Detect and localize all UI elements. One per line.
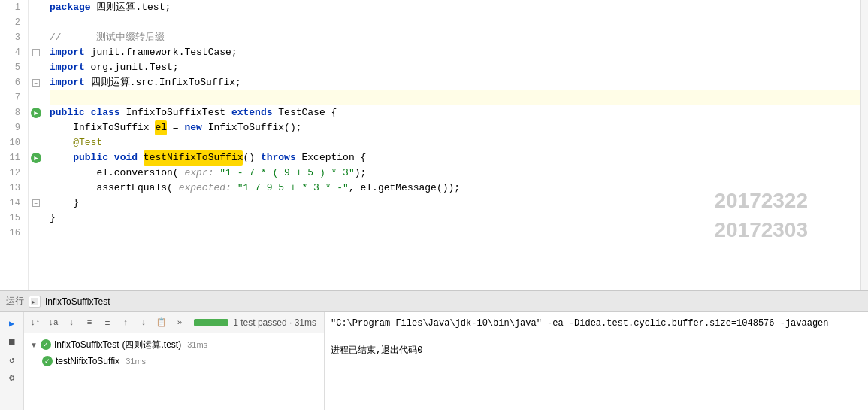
- token-plain: .src.InfixToSuffix;: [130, 75, 241, 90]
- test-pass-icon: ✓: [41, 339, 51, 350]
- gutter-line: −: [29, 196, 44, 211]
- fold-icon[interactable]: −: [32, 199, 40, 207]
- line-number: 13: [0, 181, 23, 196]
- gutter-line: ▶: [29, 150, 44, 166]
- editor-area: 12345678910111213141516 −−▶▶− package 四则…: [0, 0, 868, 290]
- gutter-line: [29, 166, 44, 181]
- tree-item[interactable]: ▼✓InfixToSuffixTest (四则运算.test)31ms: [24, 336, 324, 353]
- test-result-text: 1 test passed · 31ms: [233, 317, 316, 328]
- play-button[interactable]: ▶: [3, 315, 21, 332]
- run-arrow-icon[interactable]: ▶: [31, 108, 41, 118]
- code-line: [50, 226, 860, 241]
- settings-button[interactable]: ⚙: [3, 369, 21, 386]
- token-param-label: expr:: [184, 166, 213, 181]
- rerun-button[interactable]: ↺: [3, 351, 21, 368]
- gutter-line: −: [29, 75, 44, 90]
- code-line: [50, 90, 860, 105]
- fold-icon[interactable]: −: [32, 79, 40, 87]
- token-plain: , el.getMessage());: [349, 181, 460, 196]
- token-kw: public: [50, 105, 85, 120]
- token-kw: import: [50, 45, 85, 60]
- run-vertical-toolbar: ▶ ⏹ ↺ ⚙: [0, 312, 24, 410]
- stop-button[interactable]: ⏹: [3, 333, 21, 350]
- prev-button[interactable]: ↑: [117, 315, 134, 330]
- token-highlight-method: testNifixToSuffix: [144, 150, 243, 166]
- gutter-line: [29, 0, 44, 15]
- token-plain: }: [50, 211, 56, 226]
- token-kw: package: [50, 0, 91, 15]
- gutter-line: [29, 15, 44, 30]
- token-plain: [85, 75, 91, 90]
- code-line: InfixToSuffix el = new InfixToSuffix();: [50, 120, 860, 135]
- token-plain: el.conversion(: [50, 166, 184, 181]
- token-plain: =: [167, 120, 184, 135]
- line-number: 14: [0, 196, 23, 211]
- console-line: "C:\Program Files\Java\jdk-10\bin\java" …: [331, 317, 862, 330]
- filter-passed-button[interactable]: ↓a: [45, 315, 62, 330]
- line-number: 16: [0, 226, 23, 241]
- next-button[interactable]: ↓: [135, 315, 152, 330]
- sort-button[interactable]: ↓↑: [27, 315, 44, 330]
- token-kw: throws: [261, 150, 296, 166]
- gutter-line: [29, 90, 44, 105]
- line-number: 5: [0, 60, 23, 75]
- line-number: 4: [0, 45, 23, 60]
- token-plain: InfixToSuffix: [50, 120, 155, 135]
- line-number: 3: [0, 30, 23, 45]
- tree-item[interactable]: ✓testNifixToSuffix31ms: [24, 353, 324, 369]
- token-kw: new: [184, 120, 201, 135]
- token-kw: import: [50, 75, 85, 90]
- filter-failed-button[interactable]: ↓: [63, 315, 80, 330]
- run-console: "C:\Program Files\Java\jdk-10\bin\java" …: [325, 312, 868, 410]
- more-button[interactable]: »: [171, 315, 188, 330]
- tree-label: InfixToSuffixTest: [54, 339, 119, 350]
- line-number: 2: [0, 15, 23, 30]
- token-chinese: 四则运算: [91, 75, 130, 90]
- token-chinese: 四则运算: [96, 0, 135, 15]
- code-line: }: [50, 211, 860, 226]
- gutter-line: [29, 60, 44, 75]
- tree-time: 31ms: [126, 357, 146, 366]
- line-number: 1: [0, 0, 23, 15]
- export-button[interactable]: 📋: [153, 315, 170, 330]
- run-arrow-icon[interactable]: ▶: [31, 153, 41, 163]
- code-line: public class InfixToSuffixTest extends T…: [50, 105, 860, 120]
- tree-pkg: (四则运算.test): [122, 339, 181, 351]
- run-left-pane: ↓↑ ↓a ↓ ≡ ≣ ↑ ↓ 📋 » 1 test passed · 31ms…: [24, 312, 325, 410]
- line-number: 8: [0, 105, 23, 120]
- line-number: 7: [0, 90, 23, 105]
- line-number: 9: [0, 120, 23, 135]
- token-plain: TestCase {: [272, 105, 337, 120]
- run-body: ▶ ⏹ ↺ ⚙ ↓↑ ↓a ↓ ≡ ≣ ↑ ↓ 📋 » 1 test passe: [0, 312, 868, 410]
- code-line: }: [50, 196, 860, 211]
- line-numbers: 12345678910111213141516: [0, 0, 29, 290]
- fold-icon[interactable]: −: [32, 49, 40, 56]
- run-title: InfixToSuffixTest: [45, 296, 110, 307]
- code-line: [50, 15, 860, 30]
- token-plain: [213, 166, 219, 181]
- tree-label: testNifixToSuffix: [56, 356, 119, 366]
- tree-expand-icon[interactable]: ▼: [30, 341, 38, 349]
- token-str: "1 7 9 5 + * 3 * -": [237, 181, 349, 196]
- collapse-button[interactable]: ≣: [99, 315, 116, 330]
- gutter-line: [29, 181, 44, 196]
- run-status-icon: ▶: [29, 296, 41, 308]
- test-pass-icon: ✓: [42, 356, 53, 366]
- gutter-area: −−▶▶−: [29, 0, 44, 290]
- token-annotation: @Test: [50, 135, 102, 150]
- token-plain: );: [355, 166, 367, 181]
- svg-text:▶: ▶: [32, 299, 35, 305]
- code-line: import org.junit.Test;: [50, 60, 860, 75]
- token-param-label: expected:: [179, 181, 231, 196]
- code-line: import junit.framework.TestCase;: [50, 45, 860, 60]
- token-highlight-text: el: [155, 120, 167, 135]
- token-kw: class: [91, 105, 120, 120]
- gutter-line: ▶: [29, 105, 44, 120]
- gutter-line: [29, 135, 44, 150]
- expand-button[interactable]: ≡: [81, 315, 98, 330]
- line-number: 10: [0, 135, 23, 150]
- run-header: 运行 ▶ InfixToSuffixTest: [0, 291, 868, 312]
- editor-scrollbar[interactable]: [860, 0, 868, 290]
- gutter-line: [29, 211, 44, 226]
- code-line: import 四则运算.src.InfixToSuffix;: [50, 75, 860, 90]
